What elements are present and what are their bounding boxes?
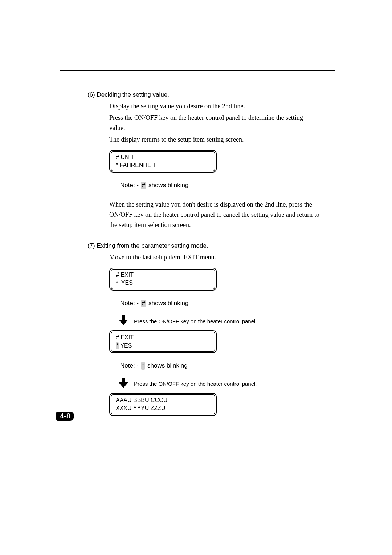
- note-blinking-star: Note: - * shows blinking: [120, 362, 319, 370]
- lcd-line1: # UNIT: [116, 153, 210, 161]
- step6-line2: Press the ON/OFF key on the heater contr…: [109, 113, 319, 133]
- lcd-line1: # EXIT: [116, 333, 210, 341]
- lcd-line2: * YES: [116, 279, 210, 287]
- step6-line1: Display the setting value you desire on …: [109, 101, 319, 112]
- hash-icon: #: [141, 300, 146, 307]
- note-prefix: Note: -: [120, 362, 140, 369]
- star-icon: *: [141, 362, 145, 369]
- note-suffix: shows blinking: [147, 300, 188, 307]
- note-blinking-hash-1: Note: - # shows blinking: [120, 181, 319, 190]
- top-rule: [60, 70, 335, 71]
- arrow-down-icon: [117, 314, 130, 329]
- step6-below-text: When the setting value you don't desire …: [109, 200, 319, 230]
- step6-below: When the setting value you don't desire …: [109, 200, 319, 230]
- arrow-row-2: Press the ON/OFF key on the heater contr…: [117, 377, 319, 392]
- note-prefix: Note: -: [120, 182, 140, 189]
- lcd-line2: * YES: [116, 342, 210, 350]
- step6-body: Display the setting value you desire on …: [109, 101, 319, 145]
- step6-line3: The display returns to the setup item se…: [109, 135, 319, 145]
- step6-title: (6) Deciding the setting value.: [87, 91, 319, 99]
- lcd-line2: XXXU YYYU ZZZU: [116, 404, 210, 412]
- hash-icon: #: [141, 182, 146, 189]
- step7-title: (7) Exiting from the parameter setting m…: [87, 242, 319, 250]
- lcd-line2: * FAHRENHEIT: [116, 161, 210, 169]
- lcd-line1: AAAU BBBU CCCU: [116, 396, 210, 404]
- arrow-down-icon: [117, 377, 130, 392]
- lcd-display-final: AAAU BBBU CCCU XXXU YYYU ZZZU: [109, 393, 319, 416]
- lcd-display-exit-1: # EXIT * YES: [109, 268, 319, 291]
- lcd-display-exit-2: # EXIT * YES: [109, 330, 319, 353]
- step7-line1: Move to the last setup item, EXIT menu.: [109, 252, 319, 263]
- manual-page: (6) Deciding the setting value. Display …: [0, 0, 392, 555]
- note-prefix: Note: -: [120, 300, 140, 307]
- note-blinking-hash-2: Note: - # shows blinking: [120, 299, 319, 308]
- arrow-caption-1: Press the ON/OFF key on the heater contr…: [134, 318, 257, 325]
- arrow-row-1: Press the ON/OFF key on the heater contr…: [117, 314, 319, 329]
- page-number-badge: 4-8: [56, 412, 74, 421]
- note-suffix: shows blinking: [146, 362, 187, 369]
- step7-body: Move to the last setup item, EXIT menu.: [109, 252, 319, 263]
- arrow-caption-2: Press the ON/OFF key on the heater contr…: [134, 380, 257, 388]
- lcd-line1: # EXIT: [116, 271, 210, 279]
- star-icon: *: [116, 342, 119, 349]
- lcd-display-unit: # UNIT * FAHRENHEIT: [109, 150, 319, 173]
- note-suffix: shows blinking: [147, 182, 188, 189]
- page-content: (6) Deciding the setting value. Display …: [87, 91, 319, 419]
